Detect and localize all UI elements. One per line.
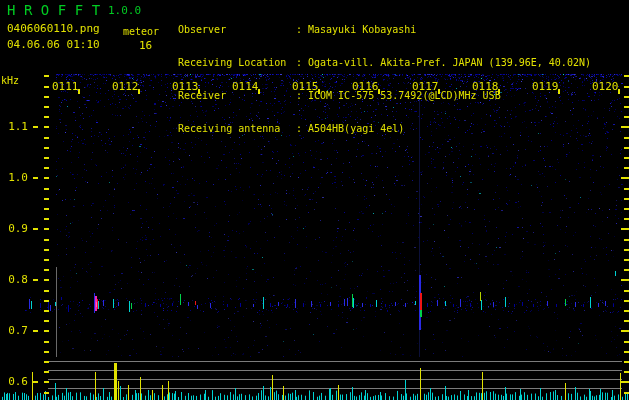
- time-tick-label: 0112: [112, 80, 139, 93]
- time-tick-label: 0120: [592, 80, 619, 93]
- time-tick-label: 0116: [352, 80, 379, 93]
- info-row-receiving-antenna: Receiving antenna : A504HB(yagi 4el): [178, 123, 591, 134]
- frequency-unit-label: kHz: [1, 75, 19, 86]
- time-tick-label: 0111: [52, 80, 79, 93]
- freq-tick-label: 1.0: [0, 171, 28, 184]
- time-tick-label: 0114: [232, 80, 259, 93]
- echo-count: 16: [139, 39, 152, 52]
- info-value: Masayuki Kobayashi: [308, 24, 416, 35]
- freq-tick-label: 0.9: [0, 222, 28, 235]
- freq-tick-label: 0.7: [0, 324, 28, 337]
- info-value: Ogata-vill. Akita-Pref. JAPAN (139.96E, …: [308, 57, 591, 68]
- mode-label: meteor: [123, 26, 159, 37]
- time-tick-label: 0117: [412, 80, 439, 93]
- info-row-receiving-location: Receiving Location : Ogata-vill. Akita-P…: [178, 57, 591, 68]
- freq-tick-label: 0.6: [0, 375, 28, 388]
- info-label: Receiving Location: [178, 57, 296, 68]
- info-separator: :: [296, 57, 308, 68]
- time-tick-label: 0115: [292, 80, 319, 93]
- app-title: HROFFT: [7, 2, 109, 18]
- freq-tick-label: 0.8: [0, 273, 28, 286]
- info-label: Observer: [178, 24, 296, 35]
- freq-tick-label: 1.1: [0, 120, 28, 133]
- observation-datetime: 04.06.06 01:10: [7, 38, 100, 51]
- hrofft-window: HROFFT 1.0.0 0406060110.png meteor 04.06…: [0, 0, 629, 400]
- time-tick-label: 0118: [472, 80, 499, 93]
- info-value: A504HB(yagi 4el): [308, 123, 404, 134]
- info-row-observer: Observer : Masayuki Kobayashi: [178, 24, 591, 35]
- info-separator: :: [296, 123, 308, 134]
- time-tick-label: 0113: [172, 80, 199, 93]
- output-filename: 0406060110.png: [7, 22, 100, 35]
- station-info: Observer : Masayuki Kobayashi Receiving …: [178, 2, 591, 156]
- info-label: Receiving antenna: [178, 123, 296, 134]
- time-tick-label: 0119: [532, 80, 559, 93]
- app-version: 1.0.0: [108, 4, 141, 17]
- info-separator: :: [296, 24, 308, 35]
